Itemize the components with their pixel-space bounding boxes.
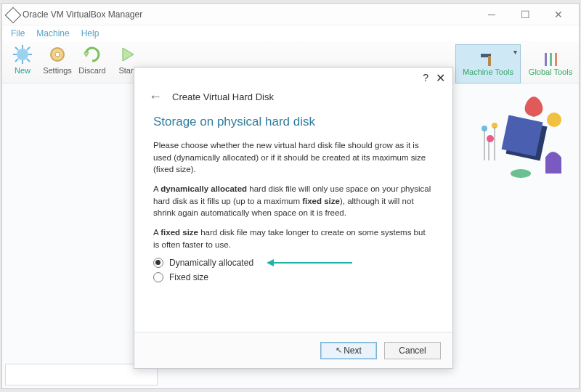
- dialog-title: Create Virtual Hard Disk: [172, 91, 274, 102]
- radio-icon: [153, 258, 163, 268]
- dialog-footer: ↖ Next Cancel: [134, 332, 452, 368]
- window-controls: ─ ☐ ✕: [476, 4, 574, 25]
- close-window-button[interactable]: ✕: [543, 4, 574, 25]
- radio-dynamically-allocated[interactable]: Dynamically allocated: [153, 258, 434, 268]
- svg-line-6: [27, 59, 30, 62]
- svg-marker-12: [123, 48, 134, 61]
- settings-button[interactable]: Settings: [40, 44, 75, 75]
- gear-icon: [47, 44, 68, 65]
- dialog-header: ← Create Virtual Hard Disk: [134, 88, 452, 110]
- discard-button[interactable]: Discard: [75, 44, 110, 75]
- cancel-button[interactable]: Cancel: [384, 342, 441, 359]
- dialog-paragraph-3: A fixed size hard disk file may take lon…: [153, 226, 434, 250]
- svg-line-7: [27, 47, 30, 50]
- svg-rect-17: [555, 53, 557, 66]
- titlebar: Oracle VM VirtualBox Manager ─ ☐ ✕: [2, 4, 579, 25]
- minimize-button[interactable]: ─: [476, 4, 508, 25]
- dialog-body: Storage on physical hard disk Please cho…: [134, 110, 452, 282]
- svg-point-20: [487, 135, 494, 142]
- create-virtual-hard-disk-dialog: ? ✕ ← Create Virtual Hard Disk Storage o…: [134, 67, 453, 369]
- menu-machine[interactable]: Machine: [32, 27, 73, 40]
- chevron-down-icon[interactable]: ▾: [513, 48, 517, 56]
- svg-point-10: [55, 52, 60, 57]
- cursor-icon: ↖: [336, 346, 342, 355]
- radio-fixed-size[interactable]: Fixed size: [153, 272, 434, 282]
- svg-rect-16: [550, 53, 552, 66]
- back-arrow-icon[interactable]: ←: [149, 89, 162, 105]
- tools-icon: [540, 52, 561, 68]
- svg-point-27: [511, 169, 531, 178]
- menu-file[interactable]: File: [7, 27, 29, 40]
- toolbar-label: New: [15, 66, 31, 75]
- toolbar-label: Settings: [43, 66, 72, 75]
- play-icon: [117, 44, 137, 65]
- dialog-paragraph-2: A dynamically allocated hard disk file w…: [153, 183, 434, 219]
- radio-icon: [153, 272, 163, 282]
- toolbar-label: Discard: [78, 66, 105, 75]
- menubar: File Machine Help: [2, 25, 579, 41]
- global-tools-button[interactable]: Global Tools: [525, 44, 576, 83]
- help-icon[interactable]: ?: [423, 72, 428, 83]
- radio-label: Fixed size: [169, 272, 208, 282]
- toolbar-label: Global Tools: [529, 68, 572, 76]
- toolbar-label: Machine Tools: [463, 68, 513, 76]
- window-title: Oracle VM VirtualBox Manager: [23, 9, 476, 20]
- annotation-arrow: [272, 262, 352, 264]
- menu-help[interactable]: Help: [77, 27, 104, 40]
- close-icon[interactable]: ✕: [436, 71, 445, 85]
- svg-point-26: [547, 113, 561, 127]
- machine-tools-button[interactable]: ▾ Machine Tools: [455, 44, 521, 83]
- sun-icon: [12, 44, 33, 65]
- maximize-button[interactable]: ☐: [509, 4, 541, 25]
- discard-icon: [82, 44, 102, 65]
- svg-rect-14: [488, 56, 491, 66]
- svg-rect-19: [502, 115, 543, 157]
- dialog-paragraph-1: Please choose whether the new virtual ha…: [153, 139, 434, 176]
- new-button[interactable]: New: [5, 44, 40, 75]
- svg-line-8: [15, 59, 18, 62]
- svg-point-0: [17, 49, 28, 60]
- hammer-icon: [478, 52, 498, 68]
- dialog-titlebar: ? ✕: [134, 68, 452, 88]
- svg-line-5: [15, 47, 18, 50]
- virtualbox-mascot-image: [468, 88, 570, 182]
- dialog-heading: Storage on physical hard disk: [153, 115, 434, 129]
- app-icon: [7, 9, 18, 20]
- radio-label: Dynamically allocated: [169, 258, 253, 268]
- svg-rect-15: [545, 53, 547, 66]
- next-button[interactable]: ↖ Next: [320, 342, 377, 359]
